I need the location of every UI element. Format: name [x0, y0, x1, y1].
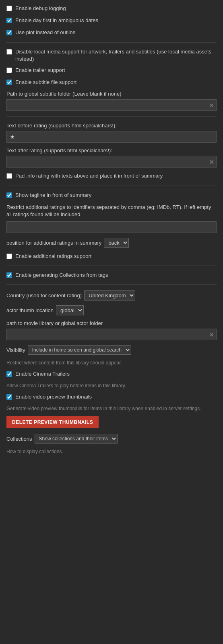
enable-additional-ratings-label: Enable additional ratings support	[15, 253, 91, 260]
enable-trailer-row: Enable trailer support	[6, 67, 217, 74]
divider-2	[6, 117, 217, 117]
text-after-rating-wrapper: ✕	[6, 156, 217, 168]
path-movie-input[interactable]	[6, 329, 217, 340]
subtitle-folder-section: Path to global subtitle folder (Leave bl…	[6, 91, 217, 111]
pad-nfo-checkbox[interactable]	[6, 173, 12, 179]
enable-subtitle-row: Enable subtitle file support	[6, 79, 217, 86]
path-movie-clear-icon[interactable]: ✕	[209, 331, 214, 338]
path-movie-section: path to movie library or global actor fo…	[6, 320, 217, 340]
disable-local-media-checkbox[interactable]	[6, 49, 12, 55]
cinema-trailers-checkbox[interactable]	[6, 371, 12, 377]
debug-logging-row: Enable debug logging	[6, 5, 217, 12]
use-plot-label: Use plot instead of outline	[15, 29, 76, 36]
position-ratings-select[interactable]: back front	[104, 238, 129, 248]
text-after-rating-label: Text after rating (supports html special…	[6, 147, 217, 153]
actor-thumb-select[interactable]: global local	[56, 305, 84, 315]
visibility-select[interactable]: Include in home screen and global search…	[28, 345, 131, 355]
country-select[interactable]: United Kingdom United States France Germ…	[84, 290, 135, 301]
debug-logging-label: Enable debug logging	[15, 5, 66, 12]
divider-4	[6, 266, 217, 266]
day-first-row: Enable day first in ambiguous dates	[6, 17, 217, 24]
enable-collections-row: Enable generating Collections from tags	[6, 272, 217, 279]
actor-thumb-row: actor thumb location global local	[6, 305, 217, 315]
text-after-rating-input[interactable]	[6, 156, 217, 168]
text-after-rating-section: Text after rating (supports html special…	[6, 147, 217, 168]
restrict-ratings-input[interactable]	[6, 221, 217, 233]
day-first-label: Enable day first in ambiguous dates	[15, 17, 98, 24]
text-before-rating-label: Text before rating (supports html specia…	[6, 123, 217, 129]
use-plot-checkbox[interactable]	[6, 30, 12, 35]
text-after-rating-clear-icon[interactable]: ✕	[209, 158, 214, 166]
day-first-checkbox[interactable]	[6, 18, 12, 23]
video-preview-label: Enable video preview thumbnails	[15, 393, 92, 401]
pad-nfo-row: Pad .nfo rating with texts above and pla…	[6, 172, 217, 180]
enable-trailer-checkbox[interactable]	[6, 67, 12, 73]
cinema-trailers-row: Enable Cinema Trailers	[6, 370, 217, 378]
collections-row: Collections Show collections and their i…	[6, 434, 217, 444]
collections-description: How to display collections.	[6, 448, 217, 455]
enable-additional-ratings-checkbox[interactable]	[6, 254, 12, 259]
position-ratings-label: position for additional ratings in summa…	[6, 240, 101, 246]
text-before-rating-input[interactable]	[6, 131, 217, 143]
enable-subtitle-label: Enable subtitle file support	[15, 79, 76, 86]
divider-5	[6, 284, 217, 285]
path-movie-label: path to movie library or global actor fo…	[6, 320, 217, 326]
visibility-label: Visibility	[6, 347, 25, 353]
show-tagline-row: Show tagline in front of summary	[6, 192, 217, 199]
restrict-ratings-label: Restrict additional ratings to identifie…	[6, 204, 217, 218]
subtitle-folder-input-wrapper: ✕	[6, 99, 217, 111]
divider-1	[6, 42, 217, 43]
enable-additional-ratings-row: Enable additional ratings support	[6, 253, 217, 260]
restrict-ratings-wrapper	[6, 221, 217, 233]
country-row: Country (used for content rating) United…	[6, 290, 217, 301]
debug-logging-checkbox[interactable]	[6, 6, 12, 11]
pad-nfo-label: Pad .nfo rating with texts above and pla…	[15, 172, 163, 180]
collections-select[interactable]: Show collections and their items Hide co…	[35, 434, 118, 444]
enable-collections-label: Enable generating Collections from tags	[15, 272, 108, 279]
country-label: Country (used for content rating)	[6, 292, 82, 298]
show-tagline-checkbox[interactable]	[6, 192, 12, 198]
divider-3	[6, 186, 217, 186]
show-tagline-label: Show tagline in front of summary	[15, 192, 91, 199]
text-before-rating-section: Text before rating (supports html specia…	[6, 123, 217, 143]
subtitle-folder-input[interactable]	[6, 99, 217, 111]
cinema-trailers-label: Enable Cinema Trailers	[15, 370, 70, 378]
enable-subtitle-checkbox[interactable]	[6, 80, 12, 85]
enable-collections-checkbox[interactable]	[6, 272, 12, 278]
video-preview-description: Generate video preview thumbnails for it…	[6, 405, 217, 412]
actor-thumb-label: actor thumb location	[6, 307, 54, 313]
video-preview-row: Enable video preview thumbnails	[6, 393, 217, 401]
visibility-row: Visibility Include in home screen and gl…	[6, 345, 217, 355]
use-plot-row: Use plot instead of outline	[6, 29, 217, 36]
restrict-ratings-section: Restrict additional ratings to identifie…	[6, 204, 217, 233]
subtitle-folder-clear-icon[interactable]: ✕	[209, 101, 214, 109]
collections-label: Collections	[6, 436, 32, 442]
path-movie-wrapper: ✕	[6, 329, 217, 340]
subtitle-folder-label: Path to global subtitle folder (Leave bl…	[6, 91, 217, 97]
text-before-rating-wrapper	[6, 131, 217, 143]
visibility-description: Restrict where content from this library…	[6, 360, 217, 366]
video-preview-checkbox[interactable]	[6, 394, 12, 400]
position-ratings-row: position for additional ratings in summa…	[6, 238, 217, 248]
disable-local-media-row: Disable local media support for artwork,…	[6, 48, 217, 63]
cinema-trailers-description: Allow Cinema Trailers to play before ite…	[6, 382, 217, 389]
delete-preview-button[interactable]: DELETE PREVIEW THUMBNAILS	[6, 416, 99, 428]
enable-trailer-label: Enable trailer support	[15, 67, 65, 74]
disable-local-media-label: Disable local media support for artwork,…	[15, 48, 217, 63]
